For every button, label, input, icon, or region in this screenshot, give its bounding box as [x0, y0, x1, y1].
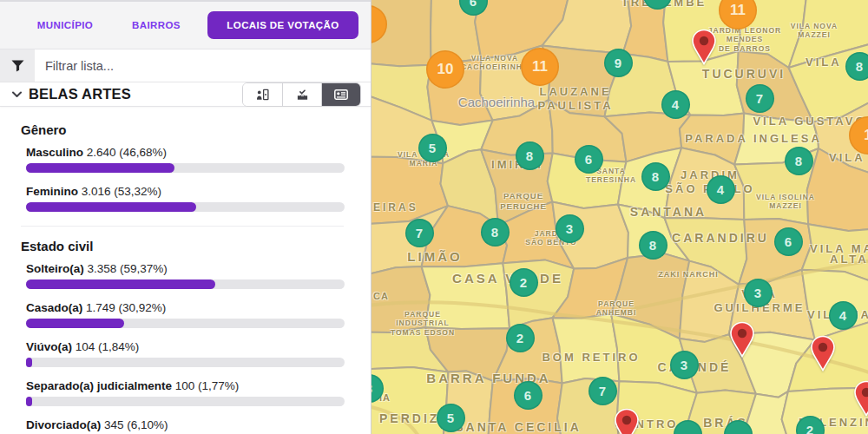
stat-text: Solteiro(a) 3.358 (59,37%): [26, 262, 344, 275]
view-sections-button[interactable]: [243, 83, 282, 106]
stat-row: Divorciado(a) 345 (6,10%): [26, 418, 344, 434]
stat-label: Casado(a): [26, 301, 86, 314]
location-count-marker[interactable]: 2: [506, 324, 535, 352]
map-district-label: CARANDIRU: [672, 231, 769, 246]
section-divider: [21, 226, 344, 227]
stat-label: Solteiro(a): [26, 262, 88, 275]
stat-row: Casado(a) 1.749 (30,92%): [26, 301, 344, 328]
filter-input[interactable]: [35, 49, 371, 82]
stat-bar-fill: [26, 279, 215, 289]
map-pin-marker[interactable]: [853, 380, 868, 420]
map-district-label: PARQUEANHEMBI: [596, 299, 637, 318]
map-district-label: EIRAS: [373, 201, 418, 214]
section-header: BELAS ARTES: [0, 82, 371, 107]
map-pin-marker[interactable]: [614, 408, 640, 434]
stat-label: Separado(a) judicialmente: [26, 379, 175, 392]
stat-text: Casado(a) 1.749 (30,92%): [26, 301, 344, 314]
location-count-marker[interactable]: 3: [744, 279, 773, 307]
stat-bar-track: [26, 319, 345, 328]
stat-bar-fill: [26, 202, 196, 212]
ballot-box-icon: [296, 89, 309, 101]
chevron-down-icon[interactable]: [12, 91, 22, 98]
stat-text: Masculino 2.640 (46,68%): [26, 146, 344, 159]
stat-value: 100 (1,77%): [175, 379, 240, 392]
view-toggle-group: [242, 82, 361, 107]
stat-value: 3.358 (59,37%): [88, 262, 168, 275]
stat-value: 2.640 (46,68%): [87, 146, 167, 159]
location-count-marker[interactable]: 9: [604, 49, 633, 77]
location-count-marker[interactable]: 11: [521, 48, 559, 86]
map-district-label: VILA GUSTAVO: [753, 115, 866, 128]
stat-bar-fill: [26, 319, 124, 328]
stat-label: Divorciado(a): [26, 418, 104, 431]
stat-bar-track: [26, 163, 345, 173]
location-count-marker[interactable]: 4: [661, 90, 690, 119]
location-count-marker[interactable]: 6: [514, 381, 542, 410]
location-count-marker[interactable]: 8: [639, 231, 667, 260]
statistics-panel: GêneroMasculino 2.640 (46,68%)Feminino 3…: [0, 107, 371, 434]
map[interactable]: TREMEMBÉVILA NOVACACHOEIRINHACachoeirinh…: [372, 0, 868, 434]
location-count-marker[interactable]: 8: [785, 147, 813, 175]
location-count-marker[interactable]: 8: [516, 141, 544, 170]
tab-municipio[interactable]: MUNICÍPIO: [0, 20, 130, 30]
map-district-label: CASA VERDE: [452, 271, 563, 286]
map-district-label: JARDIM LEONORMENDESDE BARROS: [708, 26, 781, 53]
location-count-marker[interactable]: 4: [707, 175, 735, 204]
stat-bar-track: [26, 358, 345, 367]
location-count-marker[interactable]: 8: [845, 52, 868, 81]
map-district-label: TUCURUVI: [702, 67, 786, 82]
stat-bar-fill: [26, 358, 32, 367]
stat-bar-fill: [26, 163, 174, 173]
location-count-marker[interactable]: 10: [426, 50, 464, 89]
map-district-label: LIMÃO: [407, 249, 462, 265]
location-count-marker[interactable]: 2: [510, 268, 538, 297]
location-count-marker[interactable]: 7: [405, 219, 434, 247]
map-pin-marker[interactable]: [691, 29, 717, 69]
map-district-label: ALTA: [830, 253, 868, 266]
filter-row: [0, 49, 371, 82]
location-count-marker[interactable]: 5: [437, 404, 465, 432]
location-count-marker[interactable]: 5: [418, 134, 447, 162]
stat-value: 1.749 (30,92%): [86, 301, 166, 314]
stat-label: Viúvo(a): [26, 340, 76, 353]
map-district-label: SANTA CECILIA: [455, 420, 582, 434]
tab-locais-de-votacao[interactable]: LOCAIS DE VOTAÇÃO: [207, 11, 358, 39]
funnel-icon: [11, 60, 24, 72]
map-district-label: PARQUEPERUCHE: [500, 191, 546, 211]
map-district-label: ZAKI NARCHI: [658, 270, 719, 279]
stat-value: 3.016 (53,32%): [82, 185, 161, 198]
section-title: BELAS ARTES: [29, 86, 131, 102]
stat-row: Masculino 2.640 (46,68%): [26, 146, 344, 173]
stat-text: Separado(a) judicialmente 100 (1,77%): [26, 379, 344, 392]
stat-label: Feminino: [26, 185, 82, 198]
stat-row: Solteiro(a) 3.358 (59,37%): [26, 262, 344, 289]
location-count-marker[interactable]: 6: [575, 145, 603, 174]
location-count-marker[interactable]: 8: [641, 162, 670, 191]
map-place-label: Cachoeirinha: [458, 95, 535, 110]
section-icon: [256, 89, 269, 101]
tab-bairros[interactable]: BAIRROS: [130, 20, 182, 30]
stat-text: Feminino 3.016 (53,32%): [26, 185, 344, 198]
map-pin-marker[interactable]: [810, 335, 836, 375]
location-count-marker[interactable]: 7: [746, 84, 774, 113]
location-count-marker[interactable]: 3: [670, 351, 699, 379]
sidebar-panel: MUNICÍPIO BAIRROS LOCAIS DE VOTAÇÃO BELA…: [0, 0, 372, 434]
app-window: MUNICÍPIO BAIRROS LOCAIS DE VOTAÇÃO BELA…: [0, 0, 868, 434]
stat-text: Divorciado(a) 345 (6,10%): [26, 418, 344, 431]
view-voter-card-button[interactable]: [321, 83, 360, 106]
location-count-marker[interactable]: 7: [589, 377, 617, 405]
location-count-marker[interactable]: 6: [774, 227, 803, 256]
stat-section-title: Gênero: [21, 122, 344, 137]
map-district-label: VILA NOVACACHOEIRINHA: [461, 54, 529, 72]
map-district-label: VILA ISOLINAMAZZEI: [756, 193, 815, 211]
location-count-marker[interactable]: 8: [481, 218, 510, 247]
stat-section-title: Estado civil: [21, 239, 344, 253]
tab-bar: MUNICÍPIO BAIRROS LOCAIS DE VOTAÇÃO: [0, 0, 371, 49]
stat-bar-track: [26, 279, 345, 289]
map-pin-marker[interactable]: [729, 321, 755, 361]
location-count-marker[interactable]: 4: [829, 301, 858, 330]
stat-bar-fill: [26, 397, 32, 406]
stat-text: Viúvo(a) 104 (1,84%): [26, 340, 344, 353]
view-ballot-button[interactable]: [282, 83, 321, 106]
location-count-marker[interactable]: 3: [556, 214, 584, 243]
